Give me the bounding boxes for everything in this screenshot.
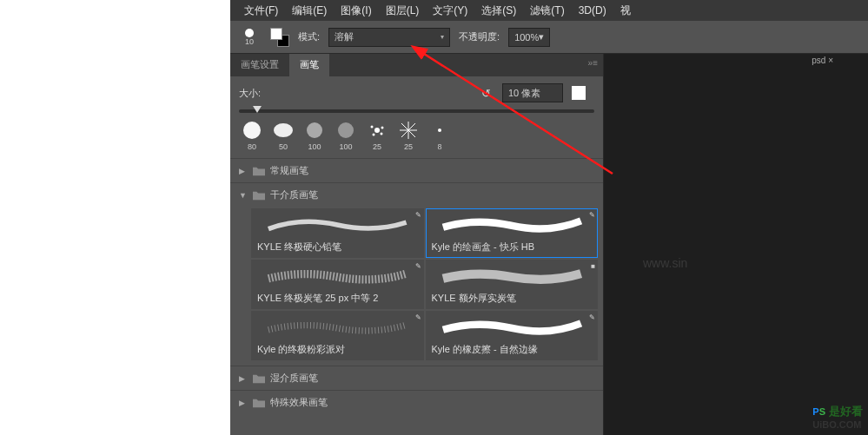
edit-brush-icon[interactable]	[572, 86, 586, 100]
svg-point-1	[274, 123, 293, 137]
chevron-right-icon: ▶	[239, 399, 248, 407]
brush-edit-icon: ✎	[415, 313, 421, 321]
brush-edit-icon: ✎	[415, 262, 421, 270]
stamp-item[interactable]: 50	[270, 120, 296, 151]
svg-point-8	[381, 133, 383, 135]
brush-name: KYLE 终极硬心铅笔	[257, 241, 418, 254]
brush-card[interactable]: ✎ Kyle 的终极粉彩派对	[251, 311, 424, 360]
brush-stamps-row: 80 50 100 100 25 25 8	[230, 116, 603, 158]
stamp-item[interactable]: 80	[239, 120, 265, 151]
folder-icon	[253, 166, 265, 176]
brush-preview	[257, 264, 418, 288]
brush-edit-icon: ✎	[415, 211, 421, 219]
folder-label: 湿介质画笔	[270, 372, 318, 385]
brush-preview	[257, 213, 418, 237]
svg-point-2	[307, 122, 322, 138]
brush-preview	[432, 315, 593, 339]
reset-icon[interactable]: ↺	[478, 85, 494, 101]
options-bar: 10 模式: 溶解 ▾ 不透明度: 100% ▾	[230, 21, 868, 54]
brush-preset-picker[interactable]: 10	[237, 29, 262, 46]
chevron-down-icon: ▾	[441, 33, 444, 41]
stamp-item[interactable]: 100	[301, 120, 328, 151]
brush-edit-icon: ■	[591, 262, 595, 270]
size-input[interactable]: 10 像素	[502, 83, 563, 102]
svg-point-5	[371, 126, 374, 129]
opacity-value: 100%	[514, 32, 539, 43]
menu-edit[interactable]: 编辑(E)	[285, 0, 334, 22]
folder-label: 常规画笔	[270, 164, 308, 177]
panel-menu-icon[interactable]: »≡	[588, 58, 598, 68]
brush-edit-icon: ✎	[589, 211, 595, 219]
menu-filter[interactable]: 滤镜(T)	[523, 0, 571, 22]
menu-type[interactable]: 文字(Y)	[426, 0, 474, 22]
brush-name: KYLE 额外厚实炭笔	[432, 292, 593, 305]
folder-icon	[253, 373, 265, 384]
menu-image[interactable]: 图像(I)	[334, 0, 378, 22]
watermark-brand: PS是好看 UiBO.COM	[812, 403, 863, 430]
brush-preview	[257, 315, 418, 339]
menu-bar: 文件(F) 编辑(E) 图像(I) 图层(L) 文字(Y) 选择(S) 滤镜(T…	[230, 0, 868, 21]
brush-card[interactable]: ✎ Kyle 的橡皮擦 - 自然边缘	[426, 311, 599, 360]
stamp-item[interactable]: 100	[333, 120, 359, 151]
chevron-right-icon: ▶	[239, 374, 248, 383]
mode-value: 溶解	[335, 30, 354, 43]
document-tab[interactable]: psd ×	[812, 56, 833, 65]
brush-name: KYLE 终极炭笔 25 px 中等 2	[257, 292, 418, 305]
tab-brushes[interactable]: 画笔	[289, 54, 329, 76]
svg-point-13	[438, 129, 441, 132]
brushes-panel: 画笔设置 画笔 »≡ 大小: ↺ 10 像素 80 50 100 100	[230, 54, 604, 435]
folder-dry[interactable]: ▼ 干介质画笔	[230, 182, 603, 207]
tab-brush-settings[interactable]: 画笔设置	[230, 54, 289, 76]
brush-name: Kyle 的终极粉彩派对	[257, 343, 418, 356]
brush-edit-icon: ✎	[589, 313, 595, 321]
opacity-label: 不透明度:	[459, 30, 500, 43]
menu-3d[interactable]: 3D(D)	[572, 1, 613, 20]
color-swatch[interactable]	[270, 28, 289, 47]
svg-point-0	[243, 122, 261, 139]
brush-preview	[432, 264, 593, 288]
brush-name: Kyle 的橡皮擦 - 自然边缘	[432, 343, 593, 356]
menu-view[interactable]: 视	[613, 0, 638, 22]
stamp-item[interactable]: 25	[364, 120, 390, 151]
size-slider[interactable]	[230, 109, 603, 116]
menu-select[interactable]: 选择(S)	[474, 0, 523, 22]
folder-special[interactable]: ▶ 特殊效果画笔	[230, 390, 603, 414]
svg-point-6	[381, 127, 384, 129]
folder-label: 特殊效果画笔	[270, 396, 328, 409]
stamp-item[interactable]: 25	[395, 120, 421, 151]
brush-card[interactable]: ✎ KYLE 终极硬心铅笔	[251, 208, 424, 258]
opacity-field[interactable]: 100% ▾	[508, 28, 550, 47]
menu-layer[interactable]: 图层(L)	[379, 0, 427, 22]
svg-point-3	[338, 122, 354, 138]
chevron-down-icon: ▾	[539, 31, 544, 43]
brush-card-selected[interactable]: ✎ Kyle 的绘画盒 - 快乐 HB	[426, 208, 599, 258]
brush-size-number: 10	[245, 37, 254, 46]
brush-dot-icon	[245, 29, 254, 37]
folder-wet[interactable]: ▶ 湿介质画笔	[230, 366, 603, 390]
panel-tabs: 画笔设置 画笔 »≡	[230, 54, 603, 76]
menu-file[interactable]: 文件(F)	[237, 0, 285, 22]
size-label: 大小:	[239, 87, 261, 100]
svg-point-7	[373, 134, 375, 136]
stamp-item[interactable]: 8	[427, 120, 453, 151]
brush-card[interactable]: ■ KYLE 额外厚实炭笔	[426, 260, 599, 309]
fg-color-icon	[270, 28, 282, 40]
folder-icon	[253, 190, 265, 201]
svg-point-4	[374, 128, 380, 133]
folder-icon	[253, 398, 265, 408]
size-value: 10 像素	[508, 87, 540, 100]
folder-label: 干介质画笔	[270, 188, 318, 201]
brush-card[interactable]: ✎ KYLE 终极炭笔 25 px 中等 2	[251, 260, 424, 309]
canvas-area[interactable]: psd ×	[604, 54, 868, 435]
chevron-down-icon: ▼	[239, 191, 248, 200]
mode-dropdown[interactable]: 溶解 ▾	[328, 28, 450, 47]
brush-name: Kyle 的绘画盒 - 快乐 HB	[432, 241, 593, 254]
folder-regular[interactable]: ▶ 常规画笔	[230, 158, 603, 182]
brush-list[interactable]: ▶ 常规画笔 ▼ 干介质画笔 ✎ KYLE 终极硬心铅笔	[230, 158, 603, 435]
dry-brush-grid: ✎ KYLE 终极硬心铅笔 ✎ Kyle 的绘画盒 - 快乐 HB ✎ KYLE…	[230, 207, 603, 366]
chevron-right-icon: ▶	[239, 167, 248, 175]
mode-label: 模式:	[298, 30, 320, 43]
brush-preview	[432, 213, 593, 237]
slider-thumb-icon	[253, 106, 262, 113]
